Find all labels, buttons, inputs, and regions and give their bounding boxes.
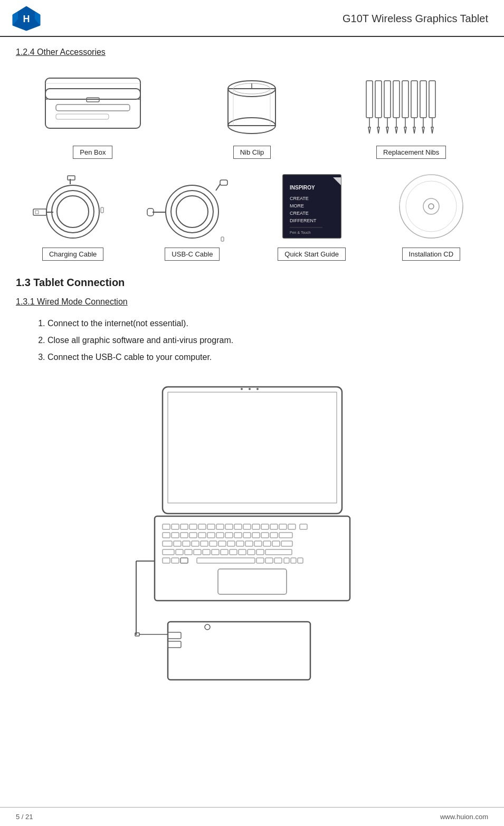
svg-rect-92 [288, 524, 296, 529]
svg-rect-97 [189, 533, 197, 538]
svg-rect-101 [225, 533, 233, 538]
accessory-replacement-nibs: Replacement Nibs [334, 68, 488, 159]
svg-rect-87 [243, 524, 251, 529]
nib-clip-label: Nib Clip [233, 146, 271, 159]
svg-text:CREATE: CREATE [290, 211, 309, 216]
svg-rect-98 [198, 533, 206, 538]
usbc-cable-label: USB-C Cable [165, 248, 220, 261]
svg-rect-121 [281, 541, 292, 546]
svg-rect-126 [203, 549, 210, 555]
svg-rect-73 [168, 392, 337, 503]
svg-rect-90 [270, 524, 278, 529]
svg-rect-144 [298, 558, 303, 563]
svg-rect-80 [180, 524, 188, 529]
svg-rect-57 [220, 180, 227, 185]
quick-start-image: INSPIROY CREATE MORE CREATE DIFFERENT Pe… [264, 169, 359, 243]
charging-cable-label: Charging Cable [42, 248, 103, 261]
svg-rect-139 [256, 558, 264, 563]
svg-rect-128 [221, 549, 228, 555]
svg-rect-50 [101, 207, 103, 213]
svg-rect-58 [221, 237, 224, 241]
svg-text:Pen & Touch: Pen & Touch [290, 231, 311, 234]
svg-rect-86 [234, 524, 242, 529]
svg-rect-99 [207, 533, 215, 538]
svg-rect-129 [230, 549, 237, 555]
installation-cd-label: Installation CD [402, 248, 461, 261]
svg-rect-36 [420, 81, 426, 118]
svg-rect-95 [172, 533, 179, 538]
accessory-installation-cd: Installation CD [374, 169, 488, 261]
svg-rect-125 [194, 549, 201, 555]
svg-rect-27 [393, 81, 400, 118]
svg-point-71 [429, 204, 434, 209]
charging-cable-image [25, 169, 120, 243]
svg-rect-120 [272, 541, 280, 546]
svg-point-74 [241, 388, 243, 390]
svg-rect-30 [402, 81, 408, 118]
svg-rect-140 [265, 558, 273, 563]
accessory-charging-cable: Charging Cable [16, 169, 130, 261]
svg-rect-123 [176, 549, 183, 555]
accessories-row1: Pen Box Nib Clip [16, 68, 488, 159]
svg-rect-104 [252, 533, 260, 538]
svg-rect-131 [248, 549, 255, 555]
svg-rect-39 [429, 81, 435, 118]
svg-point-69 [406, 181, 457, 232]
svg-rect-130 [239, 549, 246, 555]
svg-rect-82 [198, 524, 206, 529]
section-1-3-heading: 1.3 Tablet Connection [16, 277, 488, 289]
document-title: G10T Wireless Graphics Tablet [343, 13, 488, 25]
accessory-quick-start: INSPIROY CREATE MORE CREATE DIFFERENT Pe… [255, 169, 369, 261]
svg-rect-124 [185, 549, 192, 555]
svg-rect-119 [263, 541, 271, 546]
svg-rect-107 [279, 533, 292, 538]
svg-rect-102 [234, 533, 242, 538]
svg-rect-112 [201, 541, 208, 546]
accessory-nib-clip: Nib Clip [175, 68, 329, 159]
quick-start-label: Quick Start Guide [278, 248, 346, 261]
svg-rect-122 [163, 549, 174, 555]
svg-text:INSPIROY: INSPIROY [290, 185, 315, 191]
svg-rect-109 [174, 541, 181, 546]
svg-rect-96 [180, 533, 188, 538]
pen-box-label: Pen Box [73, 146, 112, 159]
svg-point-76 [256, 388, 259, 390]
step-2: Close all graphic software and anti-viru… [47, 332, 488, 349]
svg-text:CREATE: CREATE [290, 196, 309, 201]
svg-rect-135 [172, 558, 179, 563]
svg-rect-117 [245, 541, 253, 546]
svg-marker-29 [395, 127, 397, 134]
svg-marker-38 [422, 127, 424, 134]
svg-rect-85 [225, 524, 233, 529]
svg-marker-41 [431, 127, 433, 134]
svg-rect-94 [163, 533, 170, 538]
svg-rect-138 [197, 558, 255, 563]
svg-rect-81 [189, 524, 197, 529]
replacement-nibs-label: Replacement Nibs [376, 146, 446, 159]
svg-rect-7 [56, 105, 130, 111]
svg-rect-115 [227, 541, 235, 546]
svg-rect-142 [284, 558, 289, 563]
svg-marker-32 [404, 127, 406, 134]
step-1: Connect to the internet(not essential). [47, 315, 488, 332]
svg-rect-88 [252, 524, 260, 529]
svg-rect-79 [172, 524, 179, 529]
svg-text:DIFFERENT: DIFFERENT [290, 218, 317, 223]
svg-rect-72 [163, 387, 342, 514]
page-header: H G10T Wireless Graphics Tablet [0, 0, 504, 37]
svg-rect-83 [207, 524, 215, 529]
svg-rect-89 [261, 524, 269, 529]
section-1-3-1-heading: 1.3.1 Wired Mode Connection [16, 297, 488, 307]
svg-rect-46 [35, 211, 39, 214]
svg-rect-78 [163, 524, 170, 529]
accessory-usbc-cable: USB-C Cable [135, 169, 249, 261]
svg-rect-21 [375, 81, 382, 118]
svg-point-51 [166, 185, 218, 238]
svg-text:H: H [23, 14, 30, 24]
accessories-row2: Charging Cable [16, 169, 488, 261]
svg-point-42 [46, 185, 99, 238]
svg-line-56 [216, 184, 220, 191]
svg-point-53 [176, 196, 208, 227]
svg-rect-49 [68, 176, 75, 180]
website-url: www.huion.com [440, 813, 488, 821]
